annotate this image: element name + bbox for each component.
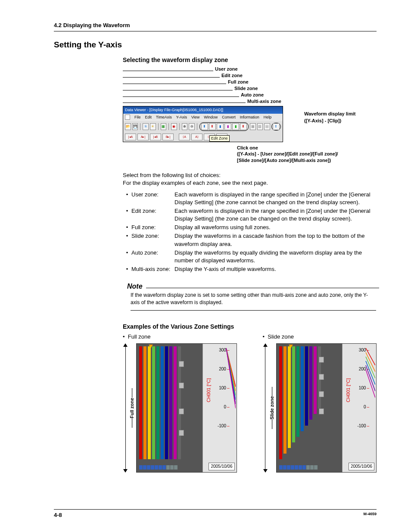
window-titlebar: Data Viewer - [Display File-Graph[051006…	[123, 106, 283, 114]
subsection-heading: Selecting the waveform display zone	[123, 56, 377, 65]
callout-edit-zone: Edit zone	[221, 72, 243, 79]
zoom-in-icon[interactable]: ⊕	[182, 123, 188, 130]
grid2-icon[interactable]: ▧	[257, 123, 263, 130]
doc-id: M-4659	[363, 511, 377, 519]
callout-user-zone: User zone	[215, 66, 238, 72]
example-slide-zone: • Slide zone —— Slide zone —— CH001	[263, 333, 377, 473]
menu-information[interactable]: Information	[240, 115, 259, 120]
date-full: 2005/10/06	[209, 463, 234, 470]
grid1-icon[interactable]: ▦	[250, 123, 256, 130]
callout-auto-zone: Auto zone	[241, 92, 264, 98]
definition-list: •User zone:Each waveform is displayed in…	[123, 191, 377, 274]
vlabel-slide: —— Slide zone ——	[268, 343, 276, 473]
svg-line-11	[366, 370, 375, 398]
cursor-a-prev-seg[interactable]: ⟨A	[179, 134, 190, 140]
cursor-a-prev[interactable]: |◂A	[125, 134, 136, 140]
grid3-icon[interactable]: ▤	[264, 123, 270, 130]
svg-line-5	[226, 348, 236, 408]
copy-icon[interactable]: ⎘	[143, 123, 149, 130]
menu-window[interactable]: Window	[204, 115, 218, 120]
note-title: Note	[127, 282, 146, 291]
cursor-a-next-seg[interactable]: A⟩	[191, 134, 202, 140]
section-header: 4.2 Displaying the Waveform	[54, 22, 377, 31]
callout-multiaxis-zone: Multi-axis zone	[247, 98, 281, 105]
waveform-slide: CH001 [°C] 3002001000-100 2005/10/06	[276, 343, 377, 473]
zone-diagram: User zone Edit zone Full zone Slide zone…	[123, 66, 373, 164]
zone-button-group: ⬍ ⬍ ▮ ▮ ▮ ⬍	[199, 122, 249, 131]
callout-clip: Waveform display limit ([Y-Axis] - [Clip…	[304, 111, 382, 124]
edit-zone-button[interactable]: ⬍	[209, 123, 216, 130]
menu-yaxis[interactable]: Y-Axis	[176, 115, 187, 120]
toolbar-cursor: |◂A A▸| |◂B B▸| ⟨A A⟩ ⟨B B⟩	[123, 132, 283, 142]
callout-click-one: Click one ([Y-Axis] - [User zone]/[Edit …	[237, 145, 373, 164]
save-icon[interactable]: 💾	[132, 123, 138, 130]
body-text: Select from the following list of choice…	[123, 171, 377, 273]
full-zone-button[interactable]: ▮	[217, 123, 224, 130]
callout-full-zone: Full zone	[228, 79, 249, 85]
menubar: File Edit TimeAxis Y-Axis View Window Co…	[123, 114, 283, 121]
app-window: Data Viewer - [Display File-Graph[051006…	[123, 106, 283, 142]
toolbar-main: 📂 💾 ⎘ ✳ ▦ ◉ ⊕ ⊖ ⬍ ⬍ ▮ ▮ ▮ ⬍	[123, 121, 283, 132]
page-number: 4-8	[54, 511, 62, 519]
zoom-out-icon[interactable]: ⊖	[189, 123, 195, 130]
cursor-b-next[interactable]: B▸|	[162, 134, 174, 140]
menu-edit[interactable]: Edit	[145, 115, 152, 120]
note-body: If the waveform display zone is set to s…	[131, 292, 376, 311]
cursor-a-next[interactable]: A▸|	[137, 134, 149, 140]
settings-icon[interactable]: ▦	[161, 123, 167, 130]
menu-convert[interactable]: Convert	[222, 115, 236, 120]
slide-zone-button[interactable]: ▮	[224, 123, 231, 130]
user-zone-button[interactable]: ⬍	[201, 123, 208, 130]
tooltip-edit-zone: Edit Zone	[209, 135, 230, 142]
menu-help[interactable]: Help	[264, 115, 272, 120]
cursor-b-prev[interactable]: |◂B	[150, 134, 161, 140]
open-icon[interactable]: 📂	[125, 123, 131, 130]
svg-line-8	[366, 357, 375, 378]
target-icon[interactable]: ◉	[171, 123, 177, 130]
menu-file[interactable]: File	[134, 115, 141, 120]
link-icon[interactable]: ✳	[150, 123, 156, 130]
note-block: Note If the waveform display zone is set…	[127, 282, 377, 311]
example-full-zone: • Full zone —— Full zone —— CH001 [	[123, 333, 237, 473]
date-slide: 2005/10/06	[349, 463, 374, 470]
examples-heading: Examples of the Various Zone Settings	[123, 323, 377, 331]
waveform-full: CH001 [°C] 3002001000-100 2005/10/06	[136, 343, 237, 473]
page-title: Setting the Y-axis	[54, 39, 377, 51]
multiaxis-zone-button[interactable]: ⬍	[240, 123, 247, 130]
vlabel-full: —— Full zone ——	[128, 343, 136, 473]
clip-button[interactable]: ⇕	[273, 123, 280, 130]
page-footer: 4-8 M-4659	[54, 509, 377, 519]
menu-view[interactable]: View	[191, 115, 199, 120]
callout-slide-zone: Slide zone	[234, 85, 258, 92]
auto-zone-button[interactable]: ▮	[232, 123, 239, 130]
menu-timeaxis[interactable]: TimeAxis	[156, 115, 172, 120]
